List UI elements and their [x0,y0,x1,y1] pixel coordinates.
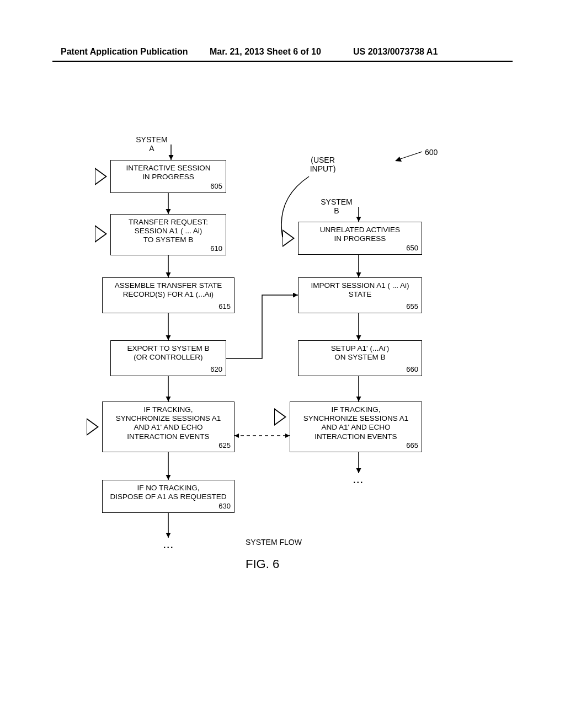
box-650-num: 650 [406,244,418,253]
box-615: ASSEMBLE TRANSFER STATERECORD(S) FOR A1 … [102,277,234,313]
box-630-num: 630 [218,502,231,511]
box-620-text: EXPORT TO SYSTEM B(OR CONTROLLER) [127,344,209,361]
label-system-a: SYSTEMA [130,135,174,153]
box-605-num: 605 [210,182,222,191]
box-630-text: IF NO TRACKING,DISPOSE OF A1 AS REQUESTE… [110,484,227,501]
box-620-num: 620 [210,365,222,374]
box-655: IMPORT SESSION A1 ( ... Ai)STATE 655 [298,277,422,313]
box-650-text: UNRELATED ACTIVIESIN PROGRESS [320,226,400,243]
box-625: IF TRACKING,SYNCHRONIZE SESSIONS A1AND A… [102,402,234,452]
triangle-icon [95,225,107,243]
header-left: Patent Application Publication [61,47,188,57]
label-ref-600: 600 [425,148,438,157]
box-660: SETUP A1' (...Ai')ON SYSTEM B 660 [298,340,422,376]
header-rule [52,61,513,62]
dots-b: ... [353,475,364,485]
box-660-num: 660 [406,365,418,374]
box-625-text: IF TRACKING,SYNCHRONIZE SESSIONS A1AND A… [116,405,221,441]
box-610-num: 610 [210,244,222,253]
figure-label: FIG. 6 [246,557,279,571]
triangle-icon [87,418,99,436]
box-610: TRANSFER REQUEST:SESSION A1 ( ... Ai)TO … [110,214,226,255]
box-605-text: INTERACTIVE SESSIONIN PROGRESS [126,164,210,181]
svg-line-13 [397,152,422,160]
header-right: US 2013/0073738 A1 [353,47,438,57]
triangle-icon [95,168,107,185]
box-630: IF NO TRACKING,DISPOSE OF A1 AS REQUESTE… [102,480,234,513]
box-655-num: 655 [406,302,418,311]
box-665-num: 665 [406,441,418,450]
triangle-icon [274,408,286,426]
box-665-text: IF TRACKING,SYNCHRONIZE SESSIONS A1AND A… [303,405,409,441]
label-system-b: SYSTEMB [315,197,359,215]
header-mid: Mar. 21, 2013 Sheet 6 of 10 [210,47,321,57]
triangle-icon [282,229,295,247]
box-655-text: IMPORT SESSION A1 ( ... Ai)STATE [311,281,409,298]
box-625-num: 625 [218,441,231,450]
connectors [0,0,565,728]
box-615-text: ASSEMBLE TRANSFER STATERECORD(S) FOR A1 … [115,281,222,298]
caption-system-flow: SYSTEM FLOW [246,538,302,547]
box-610-text: TRANSFER REQUEST:SESSION A1 ( ... Ai)TO … [129,218,208,244]
box-615-num: 615 [218,302,231,311]
dots-a: ... [163,540,174,550]
box-620: EXPORT TO SYSTEM B(OR CONTROLLER) 620 [110,340,226,376]
box-665: IF TRACKING,SYNCHRONIZE SESSIONS A1AND A… [290,402,422,452]
box-605: INTERACTIVE SESSIONIN PROGRESS 605 [110,160,226,193]
box-650: UNRELATED ACTIVIESIN PROGRESS 650 [298,222,422,255]
page: Patent Application Publication Mar. 21, … [0,0,565,728]
box-660-text: SETUP A1' (...Ai')ON SYSTEM B [331,344,389,361]
label-user-input: (USERINPUT) [301,156,345,173]
